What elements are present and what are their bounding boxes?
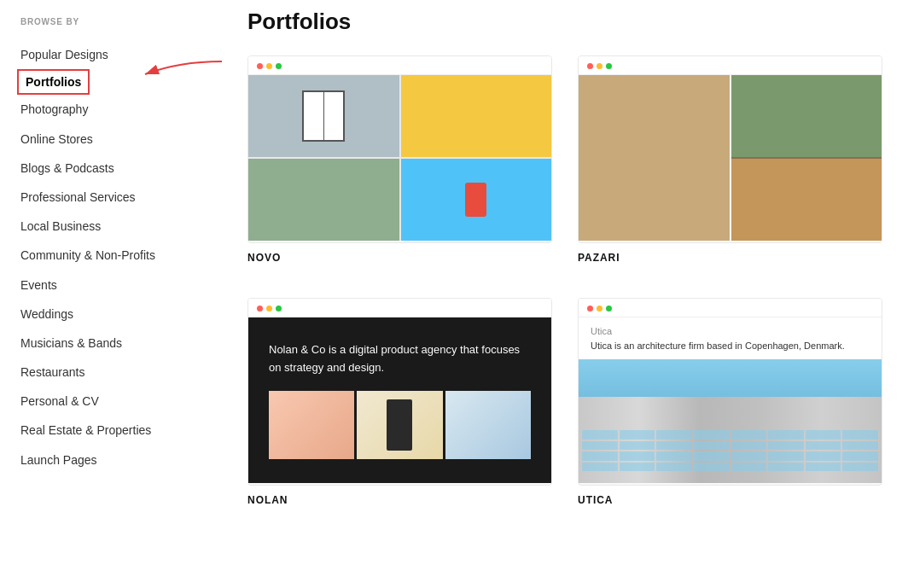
- pazari-right-top: [731, 75, 882, 157]
- nolan-person-silhouette: [387, 399, 412, 451]
- utica-tagline: Utica is an architecture firm based in C…: [591, 340, 870, 352]
- sidebar-item-label: Community & Non-Profits: [20, 248, 155, 262]
- template-card-novo[interactable]: NOVO: [247, 55, 552, 264]
- novo-cell-1: [248, 75, 399, 157]
- sidebar-item-weddings[interactable]: Weddings: [17, 300, 222, 329]
- utica-site-name: Utica: [591, 326, 870, 336]
- sidebar-item-local-business[interactable]: Local Business: [17, 212, 222, 241]
- sidebar-item-label: Photography: [20, 102, 88, 116]
- template-preview-pazari: [578, 55, 882, 243]
- pazari-left: [579, 75, 730, 241]
- nolan-bottom-images: [269, 391, 531, 459]
- nolan-img-1: [269, 391, 354, 459]
- novo-cell-3: [248, 159, 399, 241]
- utica-building-image: [579, 359, 882, 483]
- sidebar-item-label: Events: [20, 278, 57, 292]
- sidebar-item-label: Weddings: [20, 307, 73, 321]
- novo-preview-body: [248, 75, 551, 241]
- dot-green: [276, 306, 282, 311]
- novo-cell-4: [401, 159, 552, 241]
- sidebar-item-portfolios[interactable]: Portfolios: [17, 69, 90, 95]
- dot-yellow: [266, 63, 272, 69]
- sidebar-item-online-stores[interactable]: Online Stores: [17, 125, 222, 154]
- nolan-img-2: [357, 391, 442, 459]
- dot-red: [587, 63, 593, 69]
- sidebar: BROWSE BY Popular DesignsPortfoliosPhoto…: [0, 0, 222, 588]
- utica-header: Utica Utica is an architecture firm base…: [579, 317, 882, 359]
- sidebar-item-label: Popular Designs: [20, 48, 108, 61]
- nolan-img-3: [445, 391, 531, 459]
- sidebar-item-label: Real Estate & Properties: [20, 423, 151, 437]
- sidebar-item-restaurants[interactable]: Restaurants: [17, 358, 222, 387]
- sidebar-item-launch-pages[interactable]: Launch Pages: [17, 445, 222, 474]
- sidebar-item-events[interactable]: Events: [17, 271, 222, 300]
- utica-building: [579, 397, 882, 483]
- template-name-pazari: PAZARI: [578, 252, 882, 264]
- template-name-nolan: NOLAN: [247, 494, 552, 506]
- dot-green: [606, 306, 612, 311]
- dot-yellow: [597, 306, 602, 311]
- template-preview-nolan: Nolan & Co is a digital product agency t…: [247, 298, 552, 486]
- novo-can-icon: [465, 183, 486, 217]
- browser-chrome-pazari: [579, 56, 882, 75]
- template-preview-utica: Utica Utica is an architecture firm base…: [578, 298, 882, 486]
- novo-preview: [248, 75, 551, 241]
- sidebar-item-label: Musicians & Bands: [20, 336, 122, 350]
- browser-chrome-nolan: [248, 299, 551, 317]
- dot-red: [257, 63, 263, 69]
- sidebar-item-professional-services[interactable]: Professional Services: [17, 183, 222, 212]
- template-name-utica: UTICA: [578, 494, 882, 506]
- pazari-preview-body: [579, 75, 882, 241]
- dot-yellow: [597, 63, 602, 69]
- page-title: Portfolios: [247, 9, 882, 35]
- nolan-preview-body: Nolan & Co is a digital product agency t…: [248, 317, 551, 483]
- utica-preview: Utica Utica is an architecture firm base…: [579, 317, 882, 483]
- novo-cell-2: [401, 75, 552, 157]
- sidebar-item-label: Restaurants: [20, 365, 84, 379]
- main-content: Portfolios: [222, 0, 908, 588]
- dot-red: [587, 306, 593, 311]
- sidebar-item-label: Launch Pages: [20, 453, 97, 467]
- template-name-novo: NOVO: [247, 252, 552, 264]
- sidebar-item-label: Local Business: [20, 219, 101, 233]
- dot-red: [257, 306, 263, 311]
- novo-book-icon: [302, 90, 345, 142]
- dot-yellow: [266, 306, 272, 311]
- template-card-pazari[interactable]: PAZARI: [578, 55, 882, 264]
- sidebar-item-label: Online Stores: [20, 132, 93, 146]
- template-preview-novo: [247, 55, 552, 243]
- utica-windows: [579, 427, 882, 474]
- sidebar-item-label: Blogs & Podcasts: [20, 161, 114, 175]
- sidebar-item-photography[interactable]: Photography: [17, 95, 222, 124]
- template-card-utica[interactable]: Utica Utica is an architecture firm base…: [578, 298, 882, 506]
- sidebar-item-musicians-bands[interactable]: Musicians & Bands: [17, 329, 222, 358]
- sidebar-item-popular-designs[interactable]: Popular Designs: [17, 40, 222, 69]
- browser-chrome-utica: [579, 299, 882, 317]
- template-card-nolan[interactable]: Nolan & Co is a digital product agency t…: [247, 298, 552, 506]
- dot-green: [276, 63, 282, 69]
- pazari-right: [731, 75, 882, 241]
- sidebar-item-community-non-profits[interactable]: Community & Non-Profits: [17, 241, 222, 270]
- browse-by-label: BROWSE BY: [17, 17, 222, 26]
- utica-preview-body: Utica Utica is an architecture firm base…: [579, 317, 882, 483]
- browser-chrome-novo: [248, 56, 551, 75]
- sidebar-item-label: Personal & CV: [20, 394, 99, 408]
- sidebar-item-blogs-podcasts[interactable]: Blogs & Podcasts: [17, 154, 222, 183]
- sidebar-item-label: Portfolios: [26, 75, 81, 89]
- templates-grid: NOVO: [247, 55, 882, 506]
- dot-green: [606, 63, 612, 69]
- sidebar-item-personal-cv[interactable]: Personal & CV: [17, 387, 222, 416]
- nolan-preview: Nolan & Co is a digital product agency t…: [248, 317, 551, 483]
- pazari-right-bottom: [731, 159, 882, 241]
- sidebar-item-real-estate[interactable]: Real Estate & Properties: [17, 416, 222, 445]
- pazari-preview: [579, 75, 882, 241]
- nolan-text: Nolan & Co is a digital product agency t…: [269, 341, 531, 377]
- sidebar-item-label: Professional Services: [20, 190, 136, 204]
